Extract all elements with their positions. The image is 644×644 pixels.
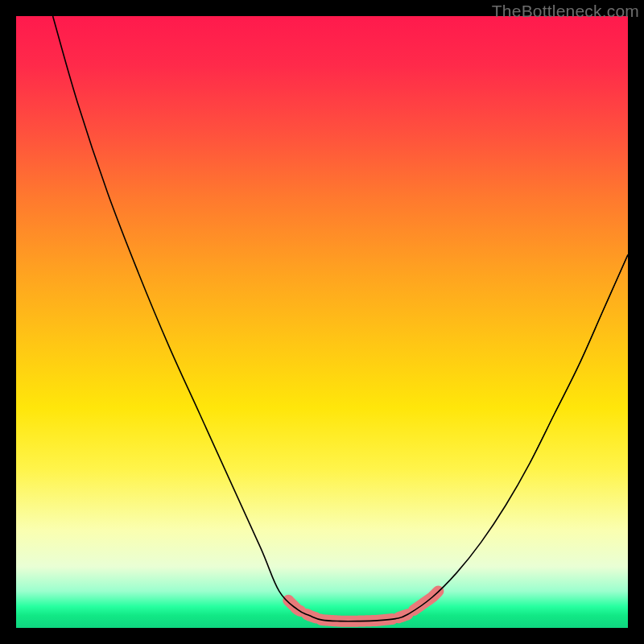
highlight-segment-4 bbox=[414, 591, 438, 610]
bottleneck-curve bbox=[53, 16, 628, 621]
highlight-group bbox=[288, 591, 438, 621]
highlight-dot-0 bbox=[397, 610, 408, 621]
highlight-segment-0 bbox=[288, 601, 300, 611]
plot-area bbox=[16, 16, 628, 628]
curve-group bbox=[53, 16, 628, 621]
bottleneck-curve-tail bbox=[530, 254, 628, 462]
watermark-text: TheBottleneck.com bbox=[492, 2, 639, 21]
chart-stage: TheBottleneck.com bbox=[0, 0, 644, 644]
plot-svg bbox=[16, 16, 628, 628]
